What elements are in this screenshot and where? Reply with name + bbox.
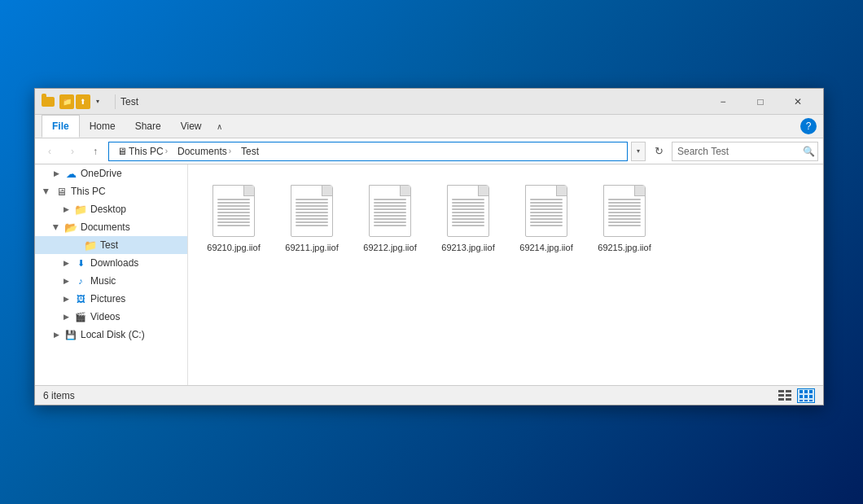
quick-access-toolbar: 📁 ⬆ ▾	[59, 94, 103, 109]
qa-pin-icon[interactable]: ⬆	[76, 94, 90, 109]
refresh-button[interactable]: ↻	[649, 142, 668, 161]
videos-icon: 🎬	[74, 310, 87, 323]
svg-rect-5	[786, 398, 791, 401]
document-icon	[447, 185, 489, 237]
forward-button[interactable]: ›	[63, 142, 82, 161]
onedrive-icon: ☁	[64, 167, 77, 180]
file-icon	[364, 180, 416, 242]
tab-home[interactable]: Home	[80, 115, 125, 138]
svg-rect-10	[804, 395, 808, 398]
maximize-button[interactable]: □	[742, 89, 779, 115]
sidebar-item-videos-label: Videos	[90, 311, 120, 322]
path-arrow-2: ›	[229, 147, 231, 156]
sidebar-item-downloads-label: Downloads	[90, 257, 138, 269]
drive-icon: 💾	[64, 328, 77, 341]
file-icon	[208, 180, 260, 242]
sidebar-item-documents[interactable]: ▶ 📂 Documents	[35, 218, 187, 236]
tab-share[interactable]: Share	[125, 115, 171, 138]
tab-file[interactable]: File	[42, 115, 80, 138]
svg-rect-4	[778, 398, 784, 401]
ribbon-tabs: File Home Share View ∧ ?	[35, 115, 823, 138]
document-icon	[212, 185, 255, 237]
sidebar-item-local-disk[interactable]: ▶ 💾 Local Disk (C:)	[35, 326, 187, 344]
sidebar-item-music-label: Music	[90, 275, 116, 287]
sidebar-item-onedrive[interactable]: ▶ ☁ OneDrive	[35, 164, 187, 182]
ribbon: File Home Share View ∧ ?	[35, 115, 823, 138]
title-bar: 📁 ⬆ ▾ Test − □ ✕	[35, 89, 823, 115]
path-test-label: Test	[241, 146, 259, 157]
qa-dropdown-arrow[interactable]: ▾	[92, 94, 103, 109]
close-button[interactable]: ✕	[779, 89, 817, 115]
music-icon: ♪	[74, 274, 87, 287]
sidebar-item-downloads[interactable]: ▶ ⬇ Downloads	[35, 254, 187, 272]
sidebar-item-onedrive-label: OneDrive	[81, 168, 122, 179]
grid-view-button[interactable]	[797, 388, 815, 403]
sidebar-item-videos[interactable]: ▶ 🎬 Videos	[35, 308, 187, 326]
ribbon-expand-button[interactable]: ∧	[212, 118, 228, 134]
grid-view-icon	[799, 390, 813, 401]
expand-onedrive-icon: ▶	[51, 169, 61, 178]
test-folder-icon: 📁	[84, 239, 97, 252]
expand-desktop-icon: ▶	[61, 204, 71, 214]
file-name: 69211.jpg.iiof	[285, 242, 338, 253]
file-item[interactable]: 69213.jpg.iiof	[432, 174, 504, 259]
svg-rect-2	[778, 394, 784, 397]
pc-icon: 🖥	[117, 146, 127, 157]
sidebar-item-desktop[interactable]: ▶ 📁 Desktop	[35, 200, 187, 218]
search-icon[interactable]: 🔍	[803, 146, 815, 157]
file-view: 69210.jpg.iiof69211.jpg.iiof69212.jpg.ii…	[188, 164, 823, 385]
sidebar-item-desktop-label: Desktop	[90, 204, 126, 215]
file-icon	[598, 180, 651, 242]
file-name: 69212.jpg.iiof	[363, 242, 416, 253]
title-bar-folder-icon	[42, 95, 55, 108]
address-path[interactable]: 🖥 This PC › Documents › Test	[108, 142, 628, 161]
pictures-icon: 🖼	[74, 292, 87, 305]
sidebar-item-documents-label: Documents	[81, 221, 130, 233]
svg-rect-13	[804, 400, 808, 401]
document-icon	[603, 185, 646, 237]
expand-pictures-icon: ▶	[61, 294, 71, 304]
svg-rect-3	[786, 394, 791, 397]
svg-rect-6	[799, 390, 803, 393]
help-button[interactable]: ?	[800, 118, 817, 134]
sidebar-item-pictures[interactable]: ▶ 🖼 Pictures	[35, 290, 187, 308]
sidebar-item-pictures-label: Pictures	[90, 293, 125, 305]
status-bar: 6 items	[35, 385, 823, 405]
file-item[interactable]: 69212.jpg.iiof	[354, 174, 426, 259]
qa-folder-icon[interactable]: 📁	[59, 94, 74, 109]
path-documents[interactable]: Documents ›	[174, 144, 234, 159]
file-item[interactable]: 69214.jpg.iiof	[510, 174, 582, 259]
path-this-pc[interactable]: 🖥 This PC ›	[114, 144, 171, 159]
svg-rect-7	[804, 390, 808, 393]
tab-view[interactable]: View	[171, 115, 212, 138]
window-title: Test	[120, 96, 704, 107]
svg-rect-0	[778, 390, 784, 392]
file-item[interactable]: 69210.jpg.iiof	[198, 174, 269, 259]
document-icon	[291, 185, 333, 237]
sidebar-item-this-pc-label: This PC	[71, 186, 106, 197]
this-pc-icon: 🖥	[55, 185, 68, 198]
list-view-icon	[778, 390, 791, 401]
sidebar-item-this-pc[interactable]: ▶ 🖥 This PC	[35, 182, 187, 200]
up-button[interactable]: ↑	[85, 142, 105, 161]
explorer-window: 📁 ⬆ ▾ Test − □ ✕ File Home Share View ∧ …	[34, 88, 824, 405]
title-separator	[115, 94, 116, 109]
view-toggles	[776, 388, 815, 403]
file-item[interactable]: 69211.jpg.iiof	[276, 174, 348, 259]
file-item[interactable]: 69215.jpg.iiof	[589, 174, 660, 259]
path-test[interactable]: Test	[238, 144, 262, 159]
sidebar-item-test[interactable]: ▶ 📁 Test	[35, 236, 187, 254]
address-bar: ‹ › ↑ 🖥 This PC › Documents › Test ▾ ↻ 🔍	[35, 138, 823, 164]
file-name: 69210.jpg.iiof	[207, 242, 260, 253]
minimize-button[interactable]: −	[704, 89, 742, 115]
expand-downloads-icon: ▶	[61, 258, 71, 268]
file-name: 69215.jpg.iiof	[598, 242, 651, 253]
downloads-icon: ⬇	[74, 256, 87, 270]
sidebar-item-music[interactable]: ▶ ♪ Music	[35, 272, 187, 290]
search-input[interactable]	[677, 146, 799, 157]
list-view-button[interactable]	[776, 388, 794, 403]
sidebar: ▶ ☁ OneDrive ▶ 🖥 This PC ▶ 📁 Desktop ▶ 📂…	[35, 164, 188, 385]
back-button[interactable]: ‹	[40, 142, 59, 161]
window-controls: − □ ✕	[704, 89, 817, 115]
address-dropdown-button[interactable]: ▾	[631, 142, 646, 161]
